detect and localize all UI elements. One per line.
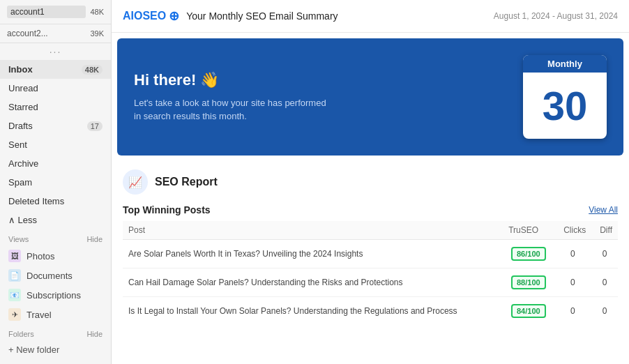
seo-report-title: SEO Report — [155, 176, 218, 188]
folders-hide[interactable]: Hide — [86, 330, 103, 338]
views-section: Views Hide — [0, 229, 111, 246]
travel-label: Travel — [26, 310, 52, 320]
calendar-month: Monthly — [523, 55, 607, 73]
clicks-3: 0 — [554, 297, 592, 326]
table-header-row: Post TruSEO Clicks Diff — [123, 221, 618, 240]
photos-label: Photos — [26, 251, 54, 261]
diff-1: 0 — [591, 240, 618, 268]
photos-icon: 🖼 — [8, 250, 21, 262]
table-header: Top Winning Posts View All — [123, 204, 618, 215]
inbox-label: Inbox — [8, 64, 33, 75]
views-hide[interactable]: Hide — [86, 235, 103, 243]
spam-label: Spam — [8, 177, 32, 188]
archive-label: Archive — [8, 158, 38, 169]
deleted-label: Deleted Items — [8, 196, 64, 206]
sidebar-item-archive[interactable]: Archive — [0, 154, 111, 173]
new-folder-label: + New folder — [8, 344, 59, 355]
main-content: AIOSEO ⊕ Your Monthly SEO Email Summary … — [112, 0, 629, 364]
sidebar-item-spam[interactable]: Spam — [0, 173, 111, 192]
col-post: Post — [123, 221, 503, 240]
sidebar-item-deleted[interactable]: Deleted Items — [0, 192, 111, 211]
sidebar: account1 48K account2... 39K ··· Inbox 4… — [0, 0, 112, 364]
sidebar-view-photos[interactable]: 🖼 Photos — [0, 246, 111, 266]
sidebar-view-documents[interactable]: 📄 Documents — [0, 266, 111, 285]
documents-icon: 📄 — [8, 269, 21, 282]
top-posts-title: Top Winning Posts — [123, 204, 211, 215]
sidebar-view-travel[interactable]: ✈ Travel — [0, 305, 111, 324]
col-diff: Diff — [591, 221, 618, 240]
inbox-badge: 48K — [82, 65, 103, 75]
aioseo-logo: AIOSEO ⊕ — [123, 8, 179, 24]
account-item-2[interactable]: account2... 39K — [0, 24, 111, 43]
score-3: 84/100 — [503, 297, 554, 326]
diff-2: 0 — [591, 268, 618, 297]
less-toggle[interactable]: ∧ Less — [0, 211, 111, 229]
seo-header: 📈 SEO Report — [123, 169, 618, 195]
table-row: Are Solar Panels Worth It in Texas? Unve… — [123, 240, 618, 268]
drafts-label: Drafts — [8, 121, 33, 131]
less-label: ∧ Less — [8, 215, 37, 225]
post-title-1: Are Solar Panels Worth It in Texas? Unve… — [123, 240, 503, 268]
new-folder-button[interactable]: + New folder — [0, 341, 111, 358]
folders-label: Folders — [8, 330, 34, 338]
col-truseo: TruSEO — [503, 221, 554, 240]
logo-text: AIOSEO — [123, 10, 166, 22]
sidebar-item-starred[interactable]: Starred — [0, 98, 111, 116]
documents-label: Documents — [26, 271, 73, 281]
email-subject: Your Monthly SEO Email Summary — [186, 10, 487, 22]
sent-label: Sent — [8, 139, 27, 150]
table-row: Can Hail Damage Solar Panels? Understand… — [123, 268, 618, 297]
account-dots: ··· — [0, 43, 111, 60]
account-badge-2: 39K — [90, 29, 104, 38]
hero-calendar: Monthly 30 — [523, 55, 607, 139]
hero-banner: Hi there! 👋 Let's take a look at how you… — [117, 38, 623, 156]
folders-section: Folders Hide — [0, 324, 111, 341]
starred-label: Starred — [8, 102, 38, 112]
col-clicks: Clicks — [554, 221, 592, 240]
account-item-1[interactable]: account1 48K — [0, 0, 111, 24]
travel-icon: ✈ — [8, 308, 21, 321]
table-row: Is It Legal to Install Your Own Solar Pa… — [123, 297, 618, 326]
post-title-2: Can Hail Damage Solar Panels? Understand… — [123, 268, 503, 297]
seo-table: Post TruSEO Clicks Diff Are Solar Panels… — [123, 221, 618, 325]
hero-subtitle: Let's take a look at how your site has p… — [134, 96, 399, 123]
seo-section: 📈 SEO Report Top Winning Posts View All … — [112, 161, 629, 333]
clicks-2: 0 — [554, 268, 592, 297]
account-name-1: account1 — [7, 6, 86, 18]
email-date: August 1, 2024 - August 31, 2024 — [494, 11, 618, 21]
post-title-3: Is It Legal to Install Your Own Solar Pa… — [123, 297, 503, 326]
subscriptions-icon: 📧 — [8, 289, 21, 301]
sidebar-item-unread[interactable]: Unread — [0, 79, 111, 98]
calendar-day: 30 — [523, 73, 607, 139]
logo-symbol: ⊕ — [169, 8, 179, 24]
hero-text: Hi there! 👋 Let's take a look at how you… — [134, 71, 512, 123]
unread-label: Unread — [8, 83, 38, 93]
sidebar-view-subscriptions[interactable]: 📧 Subscriptions — [0, 285, 111, 305]
views-label: Views — [8, 235, 29, 243]
clicks-1: 0 — [554, 240, 592, 268]
sidebar-item-inbox[interactable]: Inbox 48K — [0, 60, 111, 79]
subscriptions-label: Subscriptions — [26, 290, 81, 301]
score-2: 88/100 — [503, 268, 554, 297]
view-all-link[interactable]: View All — [589, 205, 618, 215]
sidebar-item-sent[interactable]: Sent — [0, 135, 111, 154]
seo-report-icon: 📈 — [123, 169, 148, 195]
email-header: AIOSEO ⊕ Your Monthly SEO Email Summary … — [112, 0, 629, 33]
diff-3: 0 — [591, 297, 618, 326]
hero-subtitle-line1: Let's take a look at how your site has p… — [134, 98, 326, 108]
account-badge-1: 48K — [90, 8, 104, 16]
score-1: 86/100 — [503, 240, 554, 268]
drafts-badge: 17 — [87, 121, 103, 131]
hero-subtitle-line2: in search results this month. — [134, 111, 247, 121]
sidebar-item-drafts[interactable]: Drafts 17 — [0, 116, 111, 135]
hero-greeting: Hi there! 👋 — [134, 71, 512, 89]
account-name-2: account2... — [7, 29, 86, 38]
